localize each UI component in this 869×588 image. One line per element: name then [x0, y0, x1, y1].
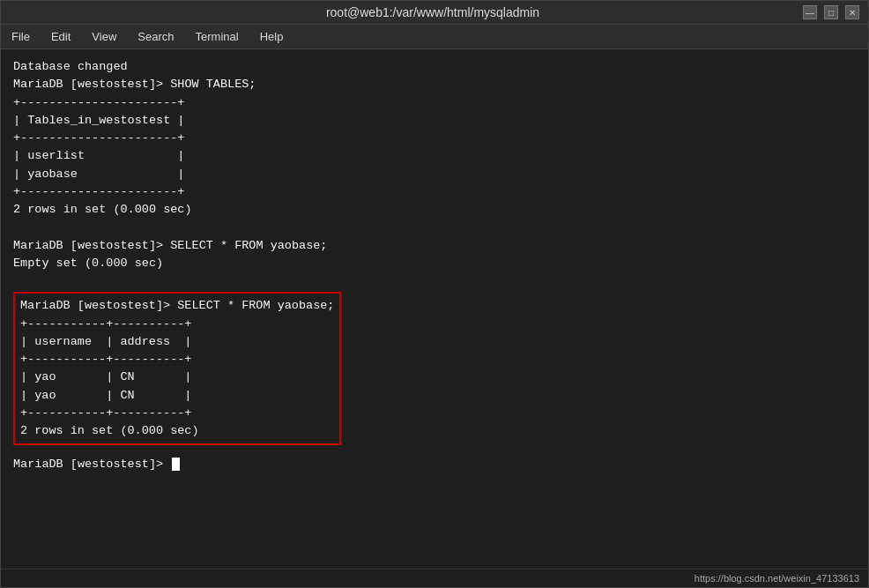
menu-edit[interactable]: Edit [48, 28, 74, 45]
terminal-line: +----------------------+ [13, 130, 856, 147]
terminal-line: Database changed [13, 58, 856, 76]
terminal-line: +----------------------+ [13, 94, 856, 112]
window-controls: — □ ✕ [803, 5, 859, 19]
highlighted-line: +-----------+----------+ [20, 351, 334, 368]
terminal-prompt: MariaDB [westostest]> [13, 458, 170, 471]
terminal-line [13, 272, 856, 290]
highlighted-line: | username | address | [20, 333, 334, 351]
window-title: root@web1:/var/www/html/mysqladmin [63, 5, 803, 19]
terminal-line: | Tables_in_westostest | [13, 112, 856, 130]
title-bar: root@web1:/var/www/html/mysqladmin — □ ✕ [1, 1, 868, 25]
highlighted-line: | yao | CN | [20, 387, 334, 405]
status-url: https://blog.csdn.net/weixin_47133613 [694, 573, 859, 584]
menu-search[interactable]: Search [134, 28, 177, 45]
highlighted-line: | yao | CN | [20, 368, 334, 386]
terminal-line: | userlist | [13, 147, 856, 165]
terminal-line [13, 219, 856, 236]
terminal-body[interactable]: Database changed MariaDB [westostest]> S… [1, 49, 868, 569]
terminal-line: MariaDB [westostest]> SHOW TABLES; [13, 76, 856, 93]
menu-terminal[interactable]: Terminal [192, 28, 242, 45]
cursor [172, 458, 180, 471]
menu-help[interactable]: Help [256, 28, 287, 45]
prompt-line: MariaDB [westostest]> [13, 456, 856, 473]
menu-bar: File Edit View Search Terminal Help [1, 25, 868, 49]
status-bar: https://blog.csdn.net/weixin_47133613 [1, 569, 868, 587]
highlighted-output-block: MariaDB [westostest]> SELECT * FROM yaob… [13, 292, 341, 445]
close-button[interactable]: ✕ [845, 5, 859, 19]
terminal-line: +----------------------+ [13, 183, 856, 201]
terminal-line: | yaobase | [13, 166, 856, 183]
maximize-button[interactable]: □ [824, 5, 838, 19]
terminal-line: Empty set (0.000 sec) [13, 255, 856, 272]
minimize-button[interactable]: — [803, 5, 817, 19]
highlighted-line: +-----------+----------+ [20, 405, 334, 422]
terminal-window: root@web1:/var/www/html/mysqladmin — □ ✕… [0, 0, 869, 588]
highlighted-line: +-----------+----------+ [20, 316, 334, 333]
terminal-line: 2 rows in set (0.000 sec) [13, 201, 856, 219]
menu-view[interactable]: View [88, 28, 120, 45]
highlighted-line: 2 rows in set (0.000 sec) [20, 422, 334, 440]
highlighted-line: MariaDB [westostest]> SELECT * FROM yaob… [20, 297, 334, 315]
menu-file[interactable]: File [8, 28, 33, 45]
terminal-line: MariaDB [westostest]> SELECT * FROM yaob… [13, 237, 856, 255]
